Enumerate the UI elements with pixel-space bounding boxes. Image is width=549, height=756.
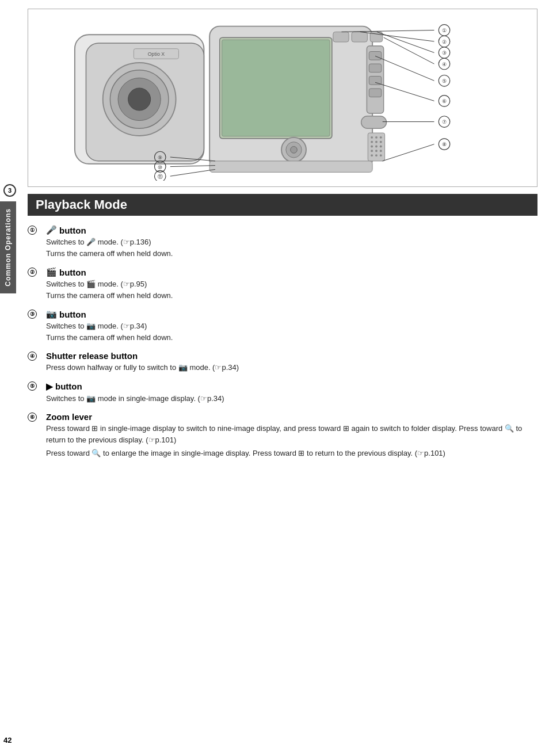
svg-text:④: ④ [442,62,447,67]
svg-point-23 [380,136,382,139]
svg-text:⑧: ⑧ [442,142,447,147]
item-desc-2: Switches to 🎬 mode. (☞p.95) Turns the ca… [46,278,537,301]
svg-text:②: ② [442,39,447,45]
camera-icon-inline-4: 📷 [178,363,188,372]
item-desc-4: Press down halfway or fully to switch to… [46,362,537,373]
svg-point-27 [371,146,373,148]
svg-text:⑩: ⑩ [158,165,162,170]
svg-text:⑪: ⑪ [158,174,163,180]
svg-rect-16 [369,64,381,72]
section-title: Playback Mode [36,197,127,212]
items-list: ① 🎤 button Switches to 🎤 mode. (☞p.136) … [28,225,537,459]
list-item: ③ 📷 button Switches to 📷 mode. (☞p.34) T… [28,309,537,343]
svg-rect-11 [333,32,349,42]
svg-text:⑦: ⑦ [442,119,447,125]
item-desc-6b: Press toward 🔍 to enlarge the image in s… [46,448,537,459]
chapter-tab: Common Operations [0,201,16,293]
svg-point-30 [371,150,373,152]
play-icon: ▶ [46,381,53,392]
svg-point-25 [375,141,378,143]
ref-icon: ☞ [148,436,155,444]
svg-rect-17 [369,76,381,85]
ref-icon: ☞ [123,280,130,288]
item-title-1: 🎤 button [46,225,537,235]
item-number-2: ② [28,267,46,277]
item-desc-3: Switches to 📷 mode. (☞p.34) Turns the ca… [46,320,537,343]
svg-line-49 [384,37,434,64]
zoom-out-icon: 🔍 [505,424,514,433]
item-title-4: Shutter release button [46,351,537,361]
list-item: ② 🎬 button Switches to 🎬 mode. (☞p.95) T… [28,267,537,301]
svg-rect-39 [209,161,372,173]
svg-line-67 [170,166,215,167]
list-item: ⑥ Zoom lever Press toward ⊞ in single-im… [28,412,537,459]
svg-rect-10 [222,40,330,136]
item-desc-6a: Press toward ⊞ in single-image display t… [46,423,537,445]
svg-rect-15 [369,52,381,60]
grid-icon: ⊞ [92,424,98,433]
svg-text:①: ① [442,28,447,33]
svg-point-35 [380,154,382,156]
svg-text:③: ③ [442,50,447,56]
svg-point-24 [371,141,373,143]
svg-text:⑨: ⑨ [158,155,162,161]
item-number-3: ③ [28,309,46,319]
main-content: Optio X [22,0,549,756]
svg-rect-18 [369,89,381,97]
ref-icon: ☞ [200,394,207,403]
chapter-label: Common Operations [4,208,12,287]
item-title-2: 🎬 button [46,267,537,277]
svg-point-34 [375,154,378,156]
zoom-in-icon: 🔍 [92,449,101,457]
svg-line-61 [383,144,434,161]
item-number-1: ① [28,225,46,235]
item-number-6: ⑥ [28,412,46,422]
svg-text:⑥: ⑥ [442,98,447,104]
item-title-6: Zoom lever [46,412,537,422]
section-header: Playback Mode [28,194,537,216]
ref-icon: ☞ [123,238,130,246]
ref-icon: ☞ [123,322,130,330]
svg-point-28 [375,146,378,148]
svg-rect-19 [361,116,387,128]
svg-text:⑤: ⑤ [442,78,447,84]
diagram-svg: Optio X [34,18,531,181]
svg-point-29 [380,146,382,148]
camera-icon: 📷 [46,309,57,319]
microphone-icon: 🎤 [46,225,57,235]
video-icon: 🎬 [46,267,57,277]
svg-text:Optio X: Optio X [148,51,165,57]
svg-line-70 [170,169,215,176]
svg-line-46 [377,32,434,52]
item-title-5: ▶ button [46,381,537,392]
ref-icon: ☞ [215,363,222,372]
item-title-3: 📷 button [46,309,537,319]
sidebar: 3 Common Operations 42 [0,0,22,756]
grid-icon-2: ⊞ [343,424,349,433]
item-number-5: ⑤ [28,381,46,391]
mic-icon-inline: 🎤 [86,238,96,246]
svg-rect-12 [352,32,367,42]
list-item: ④ Shutter release button Press down half… [28,351,537,373]
ref-icon-2: ☞ [417,449,424,457]
grid-icon-3: ⊞ [298,449,304,457]
svg-point-31 [375,150,378,152]
list-item: ① 🎤 button Switches to 🎤 mode. (☞p.136) … [28,225,537,259]
svg-point-32 [380,150,382,152]
svg-point-21 [371,136,373,139]
page-number: 42 [3,736,12,744]
item-desc-5: Switches to 📷 mode in single-image displ… [46,393,537,404]
svg-point-38 [291,146,298,153]
svg-point-26 [380,141,382,143]
svg-point-5 [128,88,151,110]
list-item: ⑤ ▶ button Switches to 📷 mode in single-… [28,381,537,404]
svg-point-33 [371,154,373,156]
item-number-4: ④ [28,351,46,361]
svg-point-22 [375,136,378,139]
item-desc-1: Switches to 🎤 mode. (☞p.136) Turns the c… [46,236,537,259]
camera-icon-inline-5: 📷 [86,394,96,403]
video-icon-inline: 🎬 [86,280,96,288]
camera-diagram: Optio X [28,9,537,187]
camera-icon-inline: 📷 [86,322,96,330]
chapter-number: 3 [3,184,16,197]
